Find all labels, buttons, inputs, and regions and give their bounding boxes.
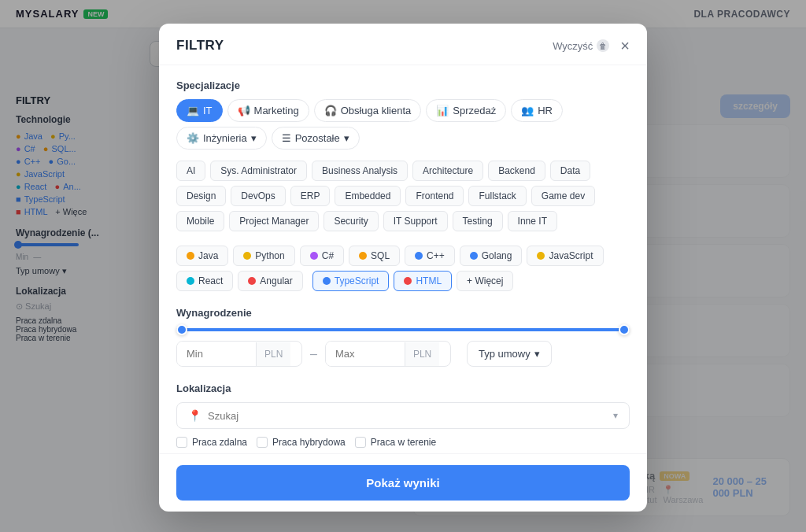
spec-tag-testing[interactable]: Testing xyxy=(453,211,503,231)
golang-dot xyxy=(470,252,478,260)
cat-tab-sprzedaz[interactable]: 📊 Sprzedaż xyxy=(426,99,506,122)
checkbox-hybrydowa[interactable] xyxy=(257,437,268,448)
salary-slider[interactable] xyxy=(176,328,630,331)
marketing-icon: 📢 xyxy=(238,105,250,116)
spec-tag-sysadmin[interactable]: Sys. Administrator xyxy=(210,161,307,181)
salary-separator: – xyxy=(310,347,317,361)
modal-body: Specjalizacje 💻 IT 📢 Marketing 🎧 Obsługa… xyxy=(159,65,647,453)
location-search: 📍 ▾ xyxy=(176,402,630,429)
specializations-label: Specjalizacje xyxy=(176,79,630,91)
chevron-down-icon: ▾ xyxy=(251,132,257,144)
tech-typescript[interactable]: TypeScript xyxy=(312,271,390,291)
close-button[interactable]: × xyxy=(620,38,630,54)
spec-tag-backend[interactable]: Backend xyxy=(488,161,545,181)
slider-thumb-left[interactable] xyxy=(176,324,187,335)
spec-tag-design[interactable]: Design xyxy=(176,186,226,206)
cat-tab-it[interactable]: 💻 IT xyxy=(176,99,223,122)
react-dot xyxy=(187,277,194,285)
salary-max-group: PLN xyxy=(325,341,451,367)
category-tabs: 💻 IT 📢 Marketing 🎧 Obsługa klienta 📊 Spr… xyxy=(176,99,630,150)
pozostale-icon: ☰ xyxy=(282,132,291,144)
tech-sql[interactable]: SQL xyxy=(349,246,400,266)
sprzedaz-icon: 📊 xyxy=(436,105,449,116)
chevron-down-icon-2: ▾ xyxy=(344,132,349,144)
cpp-dot xyxy=(415,252,423,260)
modal-header-actions: Wyczyść 🗑 × xyxy=(553,38,630,54)
salary-max-input[interactable] xyxy=(326,342,405,366)
slider-track xyxy=(176,328,630,331)
spec-tag-itsupport[interactable]: IT Support xyxy=(383,211,448,231)
show-results-button[interactable]: Pokaż wyniki xyxy=(176,465,630,501)
location-icon: 📍 xyxy=(188,409,202,422)
salary-inputs: PLN – PLN Typ umowy ▾ xyxy=(176,341,630,367)
spec-tag-data[interactable]: Data xyxy=(550,161,590,181)
ts-dot xyxy=(323,277,331,285)
location-section: Lokalizacja 📍 ▾ Praca zdalna Praca hybry… xyxy=(176,382,630,448)
tech-csharp[interactable]: C# xyxy=(300,246,344,266)
js-dot xyxy=(537,252,545,260)
spec-tag-devops[interactable]: DevOps xyxy=(231,186,285,206)
spec-tag-architecture[interactable]: Architecture xyxy=(412,161,483,181)
it-icon: 💻 xyxy=(187,105,199,116)
modal-header: FILTRY Wyczyść 🗑 × xyxy=(159,24,647,65)
checkbox-teren[interactable] xyxy=(355,437,366,448)
modal-title: FILTRY xyxy=(176,38,224,54)
spec-tag-gamedev[interactable]: Game dev xyxy=(531,186,595,206)
html-dot xyxy=(404,277,412,285)
salary-max-currency: PLN xyxy=(405,342,439,366)
salary-min-input[interactable] xyxy=(177,342,256,366)
cat-tab-obsluga[interactable]: 🎧 Obsługa klienta xyxy=(314,99,422,122)
python-dot xyxy=(243,252,251,260)
tech-react[interactable]: React xyxy=(176,271,233,291)
spec-tag-mobile[interactable]: Mobile xyxy=(176,211,224,231)
tech-html[interactable]: HTML xyxy=(394,271,452,291)
salary-label: Wynagrodzenie xyxy=(176,307,630,319)
location-options: Praca zdalna Praca hybrydowa Praca w ter… xyxy=(176,437,630,448)
spec-tag-frontend[interactable]: Frontend xyxy=(405,186,464,206)
tech-python[interactable]: Python xyxy=(233,246,294,266)
spec-tag-embedded[interactable]: Embedded xyxy=(335,186,401,206)
checkbox-zdalna[interactable] xyxy=(176,437,187,448)
modal-footer: Pokaż wyniki xyxy=(159,453,647,512)
cat-tab-hr[interactable]: 👥 HR xyxy=(511,99,563,122)
cat-tab-inzynieria[interactable]: ⚙️ Inżynieria ▾ xyxy=(176,127,267,150)
contract-type-button[interactable]: Typ umowy ▾ xyxy=(467,341,552,367)
loc-option-hybrydowa[interactable]: Praca hybrydowa xyxy=(257,437,346,448)
loc-option-zdalna[interactable]: Praca zdalna xyxy=(176,437,247,448)
cat-tab-marketing[interactable]: 📢 Marketing xyxy=(227,99,309,122)
tech-tags: Java Python C# SQL C++ Golang JavaScript… xyxy=(176,246,630,291)
tech-cpp[interactable]: C++ xyxy=(405,246,455,266)
filters-modal: FILTRY Wyczyść 🗑 × Specjalizacje 💻 IT 📢 … xyxy=(159,24,647,512)
dropdown-icon: ▾ xyxy=(613,410,618,421)
inzynieria-icon: ⚙️ xyxy=(187,132,199,144)
tech-javascript[interactable]: JavaScript xyxy=(527,246,603,266)
java-dot xyxy=(187,252,194,260)
spec-tag-pm[interactable]: Project Manager xyxy=(229,211,319,231)
salary-min-group: PLN xyxy=(176,341,302,367)
clear-button[interactable]: Wyczyść 🗑 xyxy=(553,39,609,52)
spec-tag-security[interactable]: Security xyxy=(324,211,378,231)
hr-icon: 👥 xyxy=(521,105,534,116)
clear-icon: 🗑 xyxy=(597,39,609,52)
tech-golang[interactable]: Golang xyxy=(460,246,523,266)
spec-tag-erp[interactable]: ERP xyxy=(290,186,331,206)
tech-angular[interactable]: Angular xyxy=(238,271,302,291)
salary-section: Wynagrodzenie PLN – PLN Typ umowy xyxy=(176,307,630,367)
csharp-dot xyxy=(310,252,318,260)
spec-tags: AI Sys. Administrator Business Analysis … xyxy=(176,161,630,231)
loc-option-teren[interactable]: Praca w terenie xyxy=(355,437,436,448)
sql-dot xyxy=(359,252,367,260)
more-techs-button[interactable]: + Więcej xyxy=(457,271,513,291)
spec-tag-ai[interactable]: AI xyxy=(176,161,205,181)
spec-tag-bizanalysis[interactable]: Business Analysis xyxy=(312,161,408,181)
obsluga-icon: 🎧 xyxy=(324,105,337,116)
location-label: Lokalizacja xyxy=(176,382,630,394)
slider-thumb-right[interactable] xyxy=(619,324,630,335)
spec-tag-fullstack[interactable]: Fullstack xyxy=(468,186,526,206)
tech-java[interactable]: Java xyxy=(176,246,228,266)
chevron-down-icon-contract: ▾ xyxy=(534,348,540,360)
cat-tab-pozostale[interactable]: ☰ Pozostałe ▾ xyxy=(272,127,360,150)
angular-dot xyxy=(248,277,256,285)
spec-tag-inne-it[interactable]: Inne IT xyxy=(508,211,557,231)
location-input[interactable] xyxy=(208,410,607,422)
